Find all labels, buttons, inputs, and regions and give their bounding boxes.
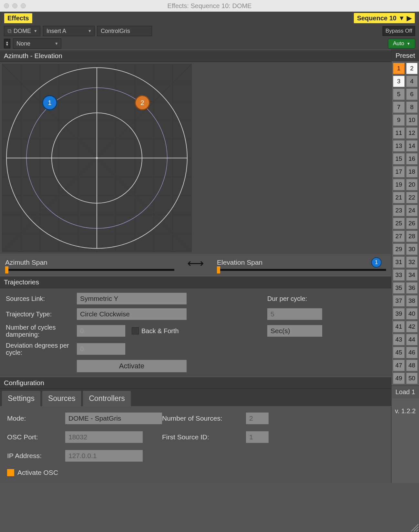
slider-thumb[interactable] bbox=[5, 266, 8, 273]
dur-unit-select[interactable]: Sec(s) bbox=[267, 325, 322, 337]
preset-button-12[interactable]: 12 bbox=[406, 127, 418, 139]
activate-osc-label: Activate OSC bbox=[17, 469, 58, 476]
preset-button-2[interactable]: 2 bbox=[406, 63, 418, 74]
preset-button-8[interactable]: 8 bbox=[406, 101, 418, 113]
preset-button-19[interactable]: 19 bbox=[393, 179, 405, 190]
preset-button-43[interactable]: 43 bbox=[393, 334, 405, 345]
sequence-button[interactable]: Sequence 10 ▼ ▶ bbox=[353, 13, 415, 24]
sequence-label: Sequence 10 bbox=[357, 15, 396, 22]
preset-button-46[interactable]: 46 bbox=[406, 347, 418, 358]
preset-button-30[interactable]: 30 bbox=[406, 243, 418, 255]
preset-button-5[interactable]: 5 bbox=[393, 88, 405, 100]
preset-button-29[interactable]: 29 bbox=[393, 243, 405, 255]
link-arrow-icon[interactable]: ⟷ bbox=[187, 257, 204, 271]
preset-button-26[interactable]: 26 bbox=[406, 218, 418, 229]
preset-button-33[interactable]: 33 bbox=[393, 269, 405, 281]
elevation-span-slider[interactable] bbox=[217, 269, 386, 271]
slider-thumb[interactable] bbox=[217, 266, 220, 273]
floating-source-badge[interactable]: 1 bbox=[371, 257, 382, 268]
effects-button[interactable]: Effects bbox=[4, 13, 33, 24]
back-forth-checkbox[interactable] bbox=[132, 327, 139, 334]
insert-label: Insert A bbox=[46, 28, 66, 35]
preset-button-27[interactable]: 27 bbox=[393, 230, 405, 242]
minimize-icon[interactable] bbox=[12, 3, 17, 8]
preset-button-1[interactable]: 1 bbox=[393, 63, 405, 74]
auto-button[interactable]: Auto ▼ bbox=[388, 39, 415, 48]
preset-button-13[interactable]: 13 bbox=[393, 140, 405, 152]
preset-button-6[interactable]: 6 bbox=[406, 88, 418, 100]
preset-button-3[interactable]: 3 bbox=[393, 76, 405, 87]
dur-per-cycle-input[interactable]: 5 bbox=[267, 308, 322, 320]
track-select[interactable]: ⧉ DOME ▼ bbox=[4, 26, 40, 36]
preset-button-10[interactable]: 10 bbox=[406, 114, 418, 126]
back-forth-label: Back & Forth bbox=[141, 327, 179, 335]
preset-button-9[interactable]: 9 bbox=[393, 114, 405, 126]
none-label: None bbox=[16, 40, 30, 47]
preset-button-42[interactable]: 42 bbox=[406, 321, 418, 332]
preset-button-40[interactable]: 40 bbox=[406, 308, 418, 320]
preset-button-50[interactable]: 50 bbox=[406, 373, 418, 384]
updown-button[interactable]: ▲▼ bbox=[4, 39, 10, 48]
cycles-dampening-input[interactable]: 0 bbox=[77, 325, 125, 337]
updown-icon: ▲▼ bbox=[5, 41, 9, 46]
preset-button-41[interactable]: 41 bbox=[393, 321, 405, 332]
activate-button[interactable]: Activate bbox=[77, 360, 187, 372]
preset-compare-select[interactable]: None ▼ bbox=[13, 38, 61, 49]
azimuth-span-slider[interactable] bbox=[5, 269, 174, 271]
preset-button-22[interactable]: 22 bbox=[406, 192, 418, 203]
preset-button-37[interactable]: 37 bbox=[393, 295, 405, 307]
activate-osc-checkbox[interactable] bbox=[7, 469, 14, 476]
source-1[interactable]: 1 bbox=[43, 96, 57, 110]
preset-button-11[interactable]: 11 bbox=[393, 127, 405, 139]
preset-button-39[interactable]: 39 bbox=[393, 308, 405, 320]
preset-button-48[interactable]: 48 bbox=[406, 360, 418, 371]
load-preset-button[interactable]: Load 1 bbox=[392, 385, 419, 398]
preset-button-32[interactable]: 32 bbox=[406, 256, 418, 268]
tab-sources[interactable]: Sources bbox=[42, 391, 81, 406]
preset-button-14[interactable]: 14 bbox=[406, 140, 418, 152]
preset-button-34[interactable]: 34 bbox=[406, 269, 418, 281]
osc-port-input[interactable]: 18032 bbox=[65, 431, 143, 443]
preset-button-44[interactable]: 44 bbox=[406, 334, 418, 345]
preset-button-45[interactable]: 45 bbox=[393, 347, 405, 358]
first-source-id-input[interactable]: 1 bbox=[246, 431, 269, 443]
preset-button-4[interactable]: 4 bbox=[406, 76, 418, 87]
preset-button-16[interactable]: 16 bbox=[406, 153, 418, 165]
tab-settings[interactable]: Settings bbox=[2, 391, 40, 406]
ip-address-input[interactable]: 127.0.0.1 bbox=[65, 450, 143, 462]
tab-controllers[interactable]: Controllers bbox=[83, 391, 130, 406]
zoom-icon[interactable] bbox=[21, 3, 26, 8]
preset-button-23[interactable]: 23 bbox=[393, 205, 405, 216]
preset-button-7[interactable]: 7 bbox=[393, 101, 405, 113]
preset-button-47[interactable]: 47 bbox=[393, 360, 405, 371]
insert-select[interactable]: Insert A ▼ bbox=[43, 26, 95, 36]
preset-button-28[interactable]: 28 bbox=[406, 230, 418, 242]
mode-select[interactable]: DOME - SpatGris bbox=[65, 413, 162, 424]
trajectory-type-label: Trajectory Type: bbox=[6, 311, 77, 318]
source-2[interactable]: 2 bbox=[135, 96, 149, 110]
chevron-down-icon: ▼ bbox=[55, 41, 58, 46]
close-icon[interactable] bbox=[4, 3, 9, 8]
bypass-button[interactable]: Bypass Off bbox=[383, 26, 415, 36]
preset-button-17[interactable]: 17 bbox=[393, 166, 405, 178]
deviation-input[interactable]: 0 bbox=[77, 343, 125, 355]
window-controls[interactable] bbox=[4, 3, 26, 8]
num-sources-input[interactable]: 2 bbox=[246, 413, 269, 424]
preset-button-18[interactable]: 18 bbox=[406, 166, 418, 178]
preset-button-35[interactable]: 35 bbox=[393, 282, 405, 294]
preset-button-15[interactable]: 15 bbox=[393, 153, 405, 165]
preset-button-25[interactable]: 25 bbox=[393, 218, 405, 229]
preset-button-20[interactable]: 20 bbox=[406, 179, 418, 190]
preset-button-31[interactable]: 31 bbox=[393, 256, 405, 268]
preset-button-36[interactable]: 36 bbox=[406, 282, 418, 294]
plugin-name[interactable]: ControlGris bbox=[97, 26, 152, 36]
radar-view[interactable]: 1 2 bbox=[2, 64, 192, 252]
link-icon: ⧉ bbox=[7, 28, 12, 35]
trajectory-type-select[interactable]: Circle Clockwise bbox=[77, 308, 187, 320]
preset-button-38[interactable]: 38 bbox=[406, 295, 418, 307]
preset-button-21[interactable]: 21 bbox=[393, 192, 405, 203]
preset-button-49[interactable]: 49 bbox=[393, 373, 405, 384]
configuration-title: Configuration bbox=[0, 377, 391, 389]
preset-button-24[interactable]: 24 bbox=[406, 205, 418, 216]
sources-link-select[interactable]: Symmetric Y bbox=[77, 293, 187, 304]
